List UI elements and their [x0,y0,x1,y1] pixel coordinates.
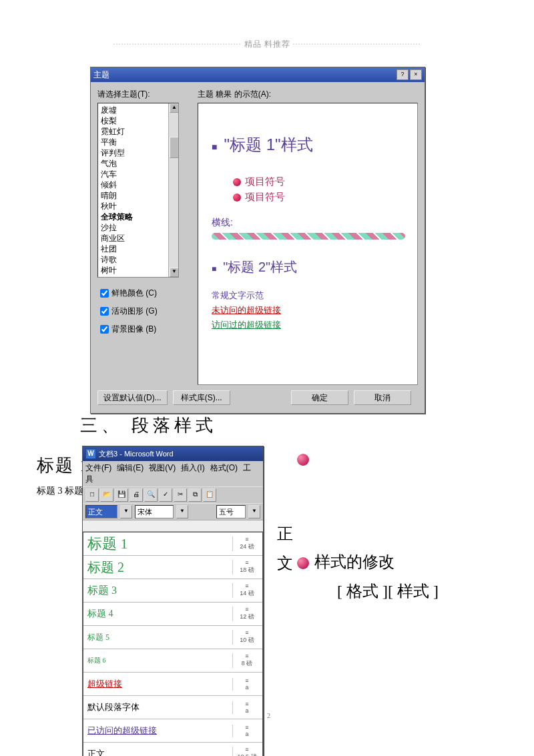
theme-preview: ■"标题 1"样式 项目符号 项目符号 横线: ■"标题 2"样式 常规文字示范… [198,103,418,385]
preview-visited-link: 访问过的超级链接 [212,318,405,332]
bg-image-checkbox[interactable]: 背景图像 (B) [97,323,191,336]
style-gallery-button[interactable]: 样式库(S)... [173,390,230,405]
theme-list-item[interactable]: 评判型 [99,147,167,158]
theme-list-item[interactable]: 全球策略 [99,212,167,222]
preview-divider [212,233,405,240]
word-window: W文档3 - Microsoft Word 文件(F)编辑(E)视图(V)插入(… [82,446,264,756]
preview-hr-label: 横线: [212,217,405,229]
theme-list-item[interactable]: 桉梨 [99,115,167,126]
rose-bullet-icon [297,557,309,569]
theme-list-item[interactable]: 倾斜 [99,179,167,190]
preview-regular-text: 常规文字示范 [212,288,405,303]
theme-list-item[interactable]: 诗歌 [99,254,167,265]
word-titlebar[interactable]: W文档3 - Microsoft Word [83,446,263,461]
menu-item[interactable]: 文件(F) [85,463,111,472]
font-selector[interactable]: 宋体 [135,505,174,518]
word-title: 文档3 - Microsoft Word [99,449,174,459]
style-selector[interactable]: 正文 [85,505,117,518]
menu-item[interactable]: 编辑(E) [117,463,144,472]
size-dropdown-button[interactable]: ▼ [248,505,260,518]
preview-heading1: ■"标题 1"样式 [212,134,405,155]
menu-item[interactable]: 格式(O) [210,463,238,472]
cut-button[interactable]: ✂ [174,488,187,502]
dialog-titlebar[interactable]: 主题 ? × [91,67,425,82]
theme-list-item[interactable]: 废墟 [99,105,167,115]
style-list-item[interactable]: 标题 4≡12 磅 [83,603,262,626]
preview-bullet: 项目符号 [233,191,405,204]
word-format-toolbar[interactable]: 正文 ▼ 宋体 ▼ 五号 ▼ [83,503,263,520]
preview-button[interactable]: 🔍 [144,488,158,502]
menu-item[interactable]: 视图(V) [149,463,176,472]
body-text-label: 正文 [277,519,293,578]
preview-label: 主题 糖果 的示范(A): [198,89,418,100]
preview-heading2: ■"标题 2"样式 [212,258,405,276]
style-list-item[interactable]: 标题 5≡10 磅 [83,626,262,649]
modify-style-label: 样式的修改 [314,553,394,571]
copy-button[interactable]: ⧉ [188,488,202,502]
theme-list-item[interactable]: 树叶 [99,265,167,276]
style-list-item[interactable]: 标题 6≡8 磅 [83,649,262,673]
page-number: 2 [267,712,270,719]
size-selector[interactable]: 五号 [216,505,246,518]
theme-listbox[interactable]: 废墟桉梨霓虹灯平衡评判型气泡汽车倾斜晴朗秋叶全球策略沙拉商业区社团诗歌树叶数码丝… [97,103,179,278]
print-button[interactable]: 🖨 [129,488,143,502]
menu-item[interactable]: 插入(I) [181,463,204,472]
word-menubar[interactable]: 文件(F)编辑(E)视图(V)插入(I)格式(O)工具 [83,461,263,486]
style-list-item[interactable]: 超级链接≡a [83,673,262,696]
section-heading: 三、 段落样式 [80,414,217,437]
theme-list-item[interactable]: 沙拉 [99,222,167,233]
theme-list-item[interactable]: 秋叶 [99,201,167,212]
style-dropdown-button[interactable]: ▼ [120,505,132,518]
style-list-item[interactable]: 标题 1≡24 磅 [83,532,262,556]
close-button[interactable]: × [410,69,422,80]
style-list-item[interactable]: 默认段落字体≡a [83,696,262,719]
word-ruler[interactable] [83,520,263,532]
spell-button[interactable]: ✓ [159,488,172,502]
style-list-item[interactable]: 标题 3≡14 磅 [83,579,262,603]
theme-dialog: 主题 ? × 请选择主题(T): 废墟桉梨霓虹灯平衡评判型气泡汽车倾斜晴朗秋叶全… [90,67,425,414]
style-list-item[interactable]: 正文≡10.5 磅 [83,743,262,756]
dialog-title: 主题 [93,69,109,81]
theme-list-item[interactable]: 气泡 [99,158,167,169]
page-header: ········································… [0,39,534,50]
rose-bullet-icon [297,454,309,466]
styles-dropdown[interactable]: 标题 1≡24 磅标题 2≡18 磅标题 3≡14 磅标题 4≡12 磅标题 5… [83,532,263,756]
word-toolbar[interactable]: □ 📂 💾 🖨 🔍 ✓ ✂ ⧉ 📋 [83,486,263,503]
new-button[interactable]: □ [85,488,99,502]
list-scrollbar[interactable]: ▲▼ [168,103,178,277]
paste-button[interactable]: 📋 [203,488,216,502]
theme-list-item[interactable]: 平衡 [99,137,167,147]
style-list-item[interactable]: 已访问的超级链接≡a [83,719,262,743]
vivid-colors-checkbox[interactable]: 鲜艳颜色 (C) [97,287,191,300]
set-default-button[interactable]: 设置默认值(D)... [97,390,168,405]
theme-list-item[interactable]: 商业区 [99,233,167,244]
header-text: 精品 料推荐 [244,39,290,49]
font-dropdown-button[interactable]: ▼ [176,505,188,518]
theme-list-item[interactable]: 晴朗 [99,190,167,201]
preview-unvisited-link: 未访问的超级链接 [212,303,405,318]
theme-list-item[interactable]: 社团 [99,244,167,254]
ok-button[interactable]: 确定 [291,390,348,405]
save-button[interactable]: 💾 [115,488,128,502]
open-button[interactable]: 📂 [100,488,113,502]
cancel-button[interactable]: 取消 [354,390,411,405]
style-list-item[interactable]: 标题 2≡18 磅 [83,556,262,579]
select-theme-label: 请选择主题(T): [97,89,191,100]
word-icon: W [85,448,96,459]
preview-bullet: 项目符号 [233,175,405,188]
theme-list-item[interactable]: 霓虹灯 [99,126,167,137]
theme-list-item[interactable]: 数码 [99,276,167,278]
active-graphics-checkbox[interactable]: 活动图形 (G) [97,305,191,318]
theme-list-item[interactable]: 汽车 [99,169,167,179]
help-button[interactable]: ? [396,69,409,80]
menu-path: [ 格式 ][ 样式 ] [337,577,531,606]
